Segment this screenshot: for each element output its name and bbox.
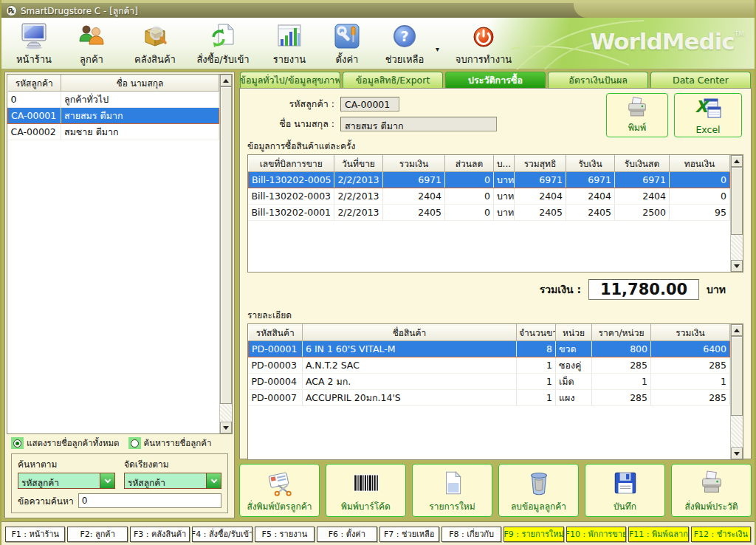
cell[interactable]: PD-00001 xyxy=(249,341,303,357)
cell[interactable]: 285 xyxy=(592,390,651,406)
cell[interactable]: 285 xyxy=(592,357,651,374)
cell[interactable]: ACA 2 มก. xyxy=(303,374,517,390)
scroll-up-icon[interactable] xyxy=(731,155,743,167)
scroll-track[interactable] xyxy=(731,167,743,260)
print-barcode-button[interactable]: พิมพ์บาร์โค้ด xyxy=(326,464,406,517)
customer-list-scrollbar[interactable] xyxy=(219,75,232,433)
cell[interactable]: CA-00002 xyxy=(8,124,61,140)
cell[interactable]: 285 xyxy=(651,357,730,374)
column-header[interactable]: จำนวนขาย xyxy=(517,325,556,341)
cell[interactable]: 1 xyxy=(517,390,556,406)
table-row[interactable]: CA-00002สมชาย ตีมาก xyxy=(8,124,219,140)
column-header[interactable]: ชื่อ นามสกุล xyxy=(61,75,219,92)
column-header[interactable]: ชื่อสินค้า xyxy=(303,325,517,341)
fkey-f1[interactable]: F1 : หน้าร้าน xyxy=(5,527,65,542)
column-header[interactable]: บ... xyxy=(494,156,515,172)
scroll-track[interactable] xyxy=(731,336,743,448)
cell[interactable]: สมชาย ตีมาก xyxy=(61,124,219,140)
fkey-f7[interactable]: F7 : ช่วยเหลือ xyxy=(379,527,439,542)
cell[interactable]: 2405 xyxy=(383,205,445,221)
cell[interactable]: 800 xyxy=(592,341,651,357)
column-header[interactable]: หน่วย xyxy=(556,325,592,341)
cell[interactable]: แผง xyxy=(556,390,592,406)
cell[interactable]: 2500 xyxy=(615,205,670,221)
cell[interactable]: 2404 xyxy=(383,188,445,205)
column-header[interactable]: ทอนเงิน xyxy=(670,156,730,172)
column-header[interactable]: รหัสสินค้า xyxy=(249,325,303,341)
table-row[interactable]: Bill-130202-00012/2/201324050บาท24052405… xyxy=(249,205,730,221)
cell[interactable]: 6971 xyxy=(383,172,445,188)
cell[interactable]: 2/2/2013 xyxy=(334,188,383,205)
fkey-f4[interactable]: F4 : สั่งซื้อ/รับเข้า xyxy=(192,527,252,542)
cell[interactable]: บาท xyxy=(494,205,515,221)
purchases-scrollbar[interactable] xyxy=(730,155,743,272)
cell[interactable]: Bill-130202-0005 xyxy=(249,172,334,188)
table-row[interactable]: PD-00003A.N.T.2 SAC1ซองคู่285285 xyxy=(249,357,730,374)
fkey-f2[interactable]: F2: ลูกค้า xyxy=(67,527,127,542)
cell[interactable]: 2405 xyxy=(566,205,615,221)
items-scrollbar[interactable] xyxy=(730,324,743,459)
fkey-f11[interactable]: F11 : พิมพ์ฉลาก xyxy=(628,527,688,542)
cell[interactable]: เม็ด xyxy=(556,374,592,390)
cell[interactable]: 2404 xyxy=(515,188,566,205)
scroll-up-icon[interactable] xyxy=(220,75,232,86)
cell[interactable]: 95 xyxy=(670,205,730,221)
help-dropdown-icon[interactable] xyxy=(436,44,444,54)
save-button[interactable]: บันทึก xyxy=(585,464,665,517)
toolbar-button-customers[interactable]: ลูกค้า xyxy=(61,20,123,67)
table-row[interactable]: CA-00001สายสมร ตีมาก xyxy=(8,108,219,124)
column-header[interactable]: รหัสลูกค้า xyxy=(8,75,61,92)
toolbar-button-inventory[interactable]: คลังสินค้า xyxy=(123,20,188,67)
toolbar-button-purchase[interactable]: สั่งซื้อ/รับเข้า xyxy=(188,20,258,67)
column-header[interactable]: วันที่ขาย xyxy=(334,156,383,172)
cell[interactable]: 6971 xyxy=(515,172,566,188)
table-row[interactable]: 0ลูกค้าทั่วไป xyxy=(8,92,219,108)
column-header[interactable]: เลขที่บิลการขาย xyxy=(249,156,334,172)
cell[interactable]: 6971 xyxy=(566,172,615,188)
cell[interactable]: 285 xyxy=(651,390,730,406)
cell[interactable]: 0 xyxy=(445,188,494,205)
toolbar-button-reports[interactable]: รายงาน xyxy=(258,20,320,67)
scroll-down-icon[interactable] xyxy=(731,260,743,272)
new-record-button[interactable]: รายการใหม่ xyxy=(412,464,492,517)
column-header[interactable]: รับเงิน xyxy=(566,156,615,172)
scroll-thumb[interactable] xyxy=(220,86,232,404)
table-row[interactable]: PD-00004ACA 2 มก.1เม็ด11 xyxy=(249,374,730,390)
table-row[interactable]: PD-000016 IN 1 60'S VITAL-M8ขวด8006400 xyxy=(249,341,730,357)
cell[interactable]: CA-00001 xyxy=(8,108,61,124)
fkey-f8[interactable]: F8 : เกี่ยวกับ xyxy=(441,527,501,542)
search-text-input[interactable]: 0 xyxy=(78,493,221,508)
excel-button[interactable]: X Excel xyxy=(674,93,742,137)
sort-by-select[interactable]: รหัสลูกค้า xyxy=(124,473,221,489)
tab-general-health[interactable]: ข้อมูลทั่วไป/ข้อมูลสุขภาพ xyxy=(240,72,340,88)
cell[interactable]: 1 xyxy=(517,374,556,390)
cell[interactable]: 1 xyxy=(517,357,556,374)
scroll-thumb[interactable] xyxy=(731,167,743,235)
customer-name-field[interactable]: สายสมร ตีมาก xyxy=(340,117,497,131)
cell[interactable]: PD-00004 xyxy=(249,374,303,390)
cell[interactable]: Bill-130202-0003 xyxy=(249,188,334,205)
cell[interactable]: 2/2/2013 xyxy=(334,205,383,221)
column-header[interactable]: รวมสุทธิ xyxy=(515,156,566,172)
tab-data-center[interactable]: Data Center xyxy=(650,72,751,88)
tab-rights-export[interactable]: ข้อมูลสิทธิ/Export xyxy=(343,72,443,88)
toolbar-button-exit[interactable]: จบการทำงาน xyxy=(444,20,523,67)
fkey-f9[interactable]: F9 : รายการใหม่ xyxy=(504,527,563,542)
print-history-button[interactable]: สั่งพิมพ์ประวัติ xyxy=(671,464,752,517)
cell[interactable]: 0 xyxy=(670,188,730,205)
radio-search-customers[interactable]: ค้นหารายชื่อลูกค้า xyxy=(128,436,212,450)
toolbar-button-settings[interactable]: ตั้งค่า xyxy=(320,20,374,67)
cell[interactable]: ขวด xyxy=(556,341,592,357)
toolbar-button-storefront[interactable]: หน้าร้าน xyxy=(7,20,61,67)
fkey-f5[interactable]: F5 : รายงาน xyxy=(255,527,315,542)
cell[interactable]: Bill-130202-0001 xyxy=(249,205,334,221)
fkey-f3[interactable]: F3 : คลังสินค้า xyxy=(130,527,190,542)
cell[interactable]: 0 xyxy=(8,92,61,108)
cell[interactable]: 6400 xyxy=(651,341,730,357)
cell[interactable]: A.N.T.2 SAC xyxy=(303,357,517,374)
radio-show-all-customers[interactable]: แสดงรายชื่อลูกค้าทั้งหมด xyxy=(11,436,120,450)
cell[interactable]: 0 xyxy=(445,172,494,188)
column-header[interactable]: รวมเงิน xyxy=(383,156,445,172)
cell[interactable]: 8 xyxy=(517,341,556,357)
cell[interactable]: สายสมร ตีมาก xyxy=(61,108,219,124)
